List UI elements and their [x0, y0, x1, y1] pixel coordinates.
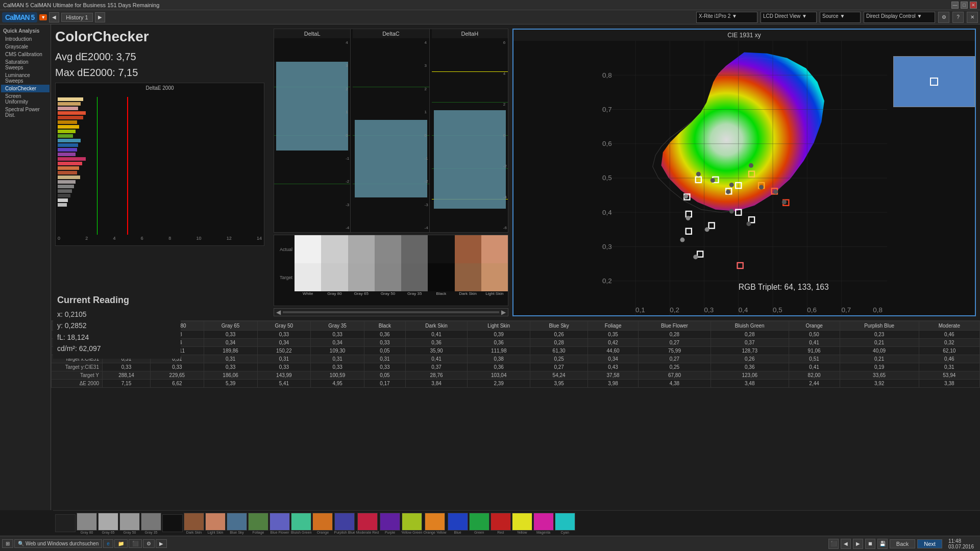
bottom-swatch-label-16: Yellow Green [401, 531, 422, 534]
minimize-btn[interactable]: — [951, 2, 959, 9]
bottom-swatch-wrap-8: Blue Sky [227, 513, 247, 534]
target-patch-gray-35[interactable] [401, 263, 428, 291]
actual-patch-gray-65[interactable] [348, 235, 375, 263]
bottom-swatch-17[interactable] [425, 513, 445, 531]
target-patch-gray-65[interactable] [348, 263, 375, 291]
bottom-icon-1[interactable]: ⬛ [828, 539, 839, 549]
target-patch-light-skin[interactable] [481, 263, 508, 291]
scroll-left-arrow[interactable]: ◀ [276, 309, 281, 316]
version-badge[interactable]: ▼ [39, 14, 47, 20]
taskbar-ie[interactable]: e [103, 539, 113, 548]
bottom-icon-5[interactable]: 💾 [877, 539, 888, 549]
bottom-icon-2[interactable]: ◀ [841, 539, 851, 549]
bottom-swatch-14[interactable] [357, 513, 378, 531]
settings-icon[interactable]: ⚙ [938, 12, 949, 23]
bottom-swatch-18[interactable] [448, 513, 468, 531]
taskbar-cmd[interactable]: ⬛ [129, 539, 142, 548]
nav-left-btn[interactable]: ◀ [49, 12, 59, 22]
actual-patch-black[interactable] [428, 235, 454, 263]
display-selector[interactable]: Direct Display Control ▼ [864, 12, 935, 23]
bottom-swatch-label-1: Gray 80 [81, 531, 93, 534]
actual-patch-gray-35[interactable] [401, 235, 428, 263]
sidebar-item-saturation[interactable]: Saturation Sweeps [1, 58, 50, 71]
back-button[interactable]: Back [890, 539, 915, 548]
bottom-swatch-6[interactable] [184, 513, 204, 531]
bottom-swatch-15[interactable] [380, 513, 400, 531]
bottom-swatch-7[interactable] [205, 513, 226, 531]
table-cell: 44,60 [588, 347, 639, 355]
cie-chart: 0,1 0,2 0,3 0,4 0,5 0,6 0,7 0,8 0,8 0,7 … [513, 41, 975, 315]
actual-patch-white[interactable] [295, 235, 321, 263]
bottom-swatch-21[interactable] [512, 513, 532, 531]
table-cell: 0,28 [638, 331, 710, 339]
bottom-swatch-16[interactable] [402, 513, 422, 531]
table-header-black: Black [364, 321, 406, 331]
target-patch-white[interactable] [295, 263, 321, 291]
sidebar-item-introduction[interactable]: Introduction [1, 35, 50, 43]
actual-patch-light-skin[interactable] [481, 235, 508, 263]
target-patch-dark-skin[interactable] [455, 263, 481, 291]
bottom-swatch-19[interactable] [469, 513, 489, 531]
device-type-selector[interactable]: LCD Direct View ▼ [761, 12, 817, 23]
table-cell: 111,98 [468, 347, 530, 355]
bottom-swatch-12[interactable] [312, 513, 333, 531]
bottom-swatch-0[interactable] [55, 514, 76, 532]
target-patch-gray-50[interactable] [375, 263, 401, 291]
target-patch-black[interactable] [428, 263, 454, 291]
maximize-btn[interactable]: □ [961, 2, 968, 9]
help-icon[interactable]: ? [952, 12, 964, 23]
svg-point-41 [773, 189, 778, 194]
bottom-swatch-8[interactable] [227, 513, 247, 531]
scroll-track[interactable] [283, 311, 499, 313]
start-button[interactable]: ⊞ [2, 539, 13, 548]
actual-patch-gray-80[interactable] [321, 235, 348, 263]
toolbar: CalMAN 5 ▼ ◀ History 1 ▶ X-Rite i1Pro 2 … [0, 10, 980, 24]
table-header-gray65: Gray 65 [204, 321, 257, 331]
bottom-swatch-22[interactable] [533, 513, 554, 531]
bottom-swatch-3[interactable] [119, 513, 140, 531]
target-patch-gray-80[interactable] [321, 263, 348, 291]
sidebar-item-screen-uniformity[interactable]: Screen Uniformity [1, 92, 50, 106]
logo: CalMAN 5 [2, 12, 37, 22]
sidebar-item-spectral[interactable]: Spectral Power Dist. [1, 106, 50, 119]
close-btn[interactable]: ✕ [970, 2, 977, 9]
bottom-swatch-11[interactable] [291, 513, 311, 531]
table-row: y: CIE310,340,340,340,340,340,330,360,36… [52, 339, 980, 347]
sidebar-item-luminance[interactable]: Luminance Sweeps [1, 71, 50, 85]
bar-row [58, 143, 262, 147]
search-bar[interactable]: 🔍 Web und Windows durchsuchen [14, 539, 102, 548]
bar-row [58, 170, 262, 174]
sidebar-item-colorchecker[interactable]: ColorChecker [1, 85, 50, 92]
bottom-icon-3[interactable]: ▶ [853, 539, 863, 549]
next-button[interactable]: Next [917, 539, 942, 548]
bottom-swatch-5[interactable] [162, 514, 183, 532]
bottom-swatch-9[interactable] [248, 513, 268, 531]
nav-right-btn[interactable]: ▶ [95, 12, 105, 22]
scroll-right-arrow[interactable]: ▶ [501, 309, 506, 316]
close-panel-icon[interactable]: ✕ [967, 12, 978, 23]
bottom-icon-4[interactable]: ⏹ [865, 539, 875, 549]
bottom-swatch-13[interactable] [334, 513, 355, 531]
bottom-swatch-23[interactable] [555, 513, 575, 531]
bottom-swatch-10[interactable] [270, 513, 290, 531]
actual-patch-dark-skin[interactable] [455, 235, 481, 263]
bottom-swatch-wrap-23: Cyan [555, 513, 575, 534]
bottom-swatch-20[interactable] [491, 513, 511, 531]
taskbar-settings[interactable]: ⚙ [143, 539, 155, 548]
taskbar-explorer[interactable]: 📁 [114, 539, 128, 548]
table-cell: 0,36 [468, 339, 530, 347]
device-selector[interactable]: X-Rite i1Pro 2 ▼ [696, 12, 757, 23]
bottom-swatch-1[interactable] [77, 513, 97, 531]
taskbar-app[interactable]: ▶ [156, 539, 167, 548]
bottom-swatch-2[interactable] [98, 513, 118, 531]
actual-patch-gray-50[interactable] [375, 235, 401, 263]
sidebar-item-cms[interactable]: CMS Calibration [1, 51, 50, 58]
svg-text:0,6: 0,6 [807, 306, 817, 314]
svg-text:0,2: 0,2 [670, 306, 679, 314]
reading-cdm2: cd/m²: 62,097 [57, 343, 177, 354]
sidebar-item-grayscale[interactable]: Grayscale [1, 43, 50, 51]
bottom-swatch-4[interactable] [141, 513, 161, 531]
patch-name-gray-80: Gray 80 [321, 291, 348, 296]
table-cell: 75,99 [638, 347, 710, 355]
source-selector[interactable]: Source ▼ [820, 12, 861, 23]
